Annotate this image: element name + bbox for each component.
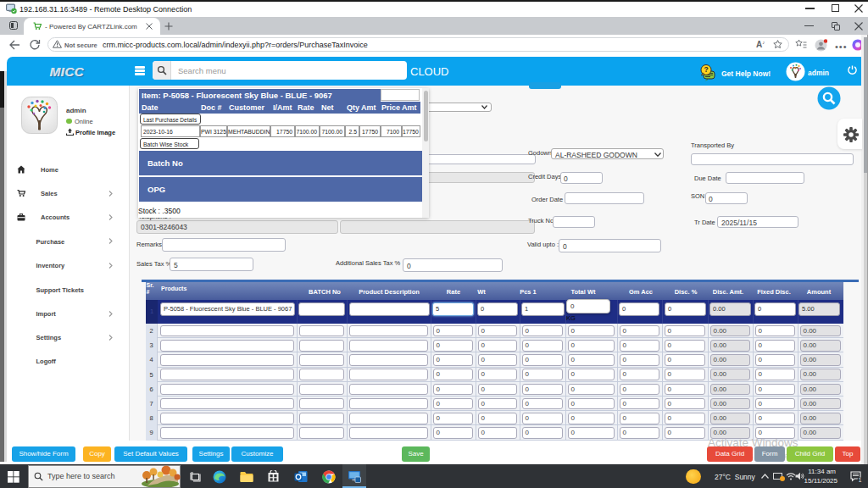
svg-text:?: ? bbox=[704, 65, 708, 74]
svg-text:1: 1 bbox=[859, 477, 862, 483]
